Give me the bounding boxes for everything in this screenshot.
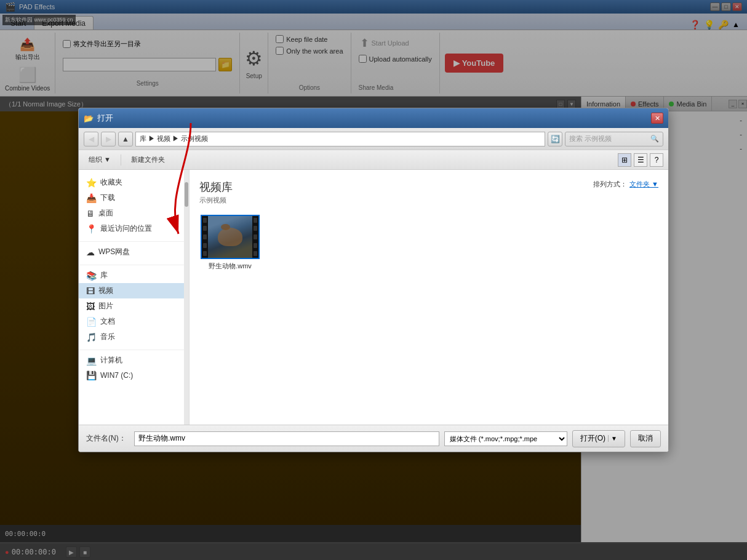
sidebar-scrollbar[interactable]: [184, 170, 189, 425]
content-title-group: 视频库 示例视频: [199, 180, 233, 205]
nav-path[interactable]: 库 ▶ 视频 ▶ 示例视频: [135, 132, 545, 146]
sidebar-divider-1: [79, 241, 189, 242]
favorites-section: ⭐ 收藏夹 📥 下载 🖥 桌面 📍 最近访问的位置: [79, 175, 189, 236]
file-thumbnail: [201, 215, 260, 259]
filetype-select[interactable]: 媒体文件 (*.mov;*.mpg;*.mpe: [444, 431, 567, 446]
music-label: 音乐: [100, 332, 115, 342]
sort-label: 排列方式：: [593, 180, 627, 189]
wps-label: WPS网盘: [98, 247, 130, 257]
video-preview: [202, 216, 258, 258]
dialog-bottom: 文件名(N)： 媒体文件 (*.mov;*.mpg;*.mpe 打开(O) ▼ …: [79, 425, 668, 452]
sidebar-item-desktop[interactable]: 🖥 桌面: [79, 206, 189, 221]
dialog-title-left: 📂 打开: [84, 113, 113, 124]
animal-head: [221, 224, 230, 230]
sidebar-item-wps[interactable]: ☁ WPS网盘: [79, 244, 189, 260]
dialog-title: 打开: [97, 113, 113, 124]
sidebar-item-c-drive[interactable]: 💾 WIN7 (C:): [79, 368, 189, 383]
download-icon: 📥: [86, 193, 97, 203]
dialog-folder-icon: 📂: [84, 114, 94, 123]
search-box[interactable]: 搜索 示例视频 🔍: [565, 132, 663, 146]
dialog-nav: ◀ ▶ ▲ 库 ▶ 视频 ▶ 示例视频 🔄 搜索 示例视频 🔍: [79, 128, 668, 150]
organize-button[interactable]: 组织 ▼: [84, 154, 116, 166]
film-strip-right: [252, 216, 258, 258]
sidebar-favorites-header: ⭐ 收藏夹: [79, 175, 189, 190]
search-icon: 🔍: [650, 135, 659, 143]
sort-value[interactable]: 文件夹 ▼: [629, 180, 658, 189]
content-header-row: 视频库 示例视频 排列方式： 文件夹 ▼: [199, 180, 658, 205]
view-large-icon[interactable]: ⊞: [618, 153, 631, 167]
video-label: 视频: [98, 286, 113, 296]
dialog-body: ⭐ 收藏夹 📥 下载 🖥 桌面 📍 最近访问的位置: [79, 170, 668, 425]
music-icon: 🎵: [86, 332, 97, 342]
open-label: 打开(O): [580, 433, 605, 444]
sort-control: 排列方式： 文件夹 ▼: [593, 180, 658, 189]
film-strip-left: [202, 216, 208, 258]
video-thumbnail-content: [208, 216, 252, 258]
sidebar-item-recent[interactable]: 📍 最近访问的位置: [79, 221, 189, 236]
library-icon: 📚: [86, 271, 97, 281]
help-dialog-icon[interactable]: ?: [650, 153, 663, 167]
desktop-icon: 🖥: [86, 209, 95, 218]
nav-forward-button[interactable]: ▶: [101, 132, 116, 146]
filename-label: 文件名(N)：: [86, 433, 129, 444]
toolbar-separator: [121, 154, 121, 166]
filename-input[interactable]: [134, 431, 439, 446]
file-name: 野生动物.wmv: [209, 262, 252, 271]
dialog-toolbar: 组织 ▼ 新建文件夹 ⊞ ☰ ?: [79, 150, 668, 170]
computer-section: 💻 计算机 💾 WIN7 (C:): [79, 353, 189, 383]
nav-refresh-button[interactable]: 🔄: [548, 132, 562, 146]
file-content: 视频库 示例视频 排列方式： 文件夹 ▼: [190, 170, 668, 425]
view-controls: ⊞ ☰ ?: [618, 153, 663, 167]
sidebar-item-docs[interactable]: 📄 文档: [79, 314, 189, 329]
library-label: 库: [100, 270, 108, 281]
sidebar-item-downloads[interactable]: 📥 下载: [79, 190, 189, 206]
view-list-icon[interactable]: ☰: [634, 153, 647, 167]
library-section: 📚 库 🎞 视频 🖼 图片 📄 文档: [79, 268, 189, 345]
pictures-label: 图片: [98, 301, 113, 311]
nav-up-button[interactable]: ▲: [118, 132, 133, 146]
drive-icon: 💾: [86, 370, 97, 380]
video-icon: 🎞: [86, 286, 95, 296]
cloud-icon: ☁: [86, 247, 95, 257]
c-drive-label: WIN7 (C:): [100, 371, 133, 380]
sidebar-divider-3: [79, 350, 189, 350]
sidebar-library-header: 📚 库: [79, 268, 189, 283]
desktop-label: 桌面: [98, 208, 113, 218]
star-icon: ⭐: [86, 178, 97, 188]
content-title: 视频库: [199, 180, 233, 194]
docs-label: 文档: [100, 316, 115, 327]
downloads-label: 下载: [100, 193, 115, 203]
new-folder-button[interactable]: 新建文件夹: [126, 154, 170, 166]
computer-label: 计算机: [100, 355, 122, 366]
dialog-overlay: 📂 打开 ✕ ◀ ▶ ▲ 库 ▶ 视频 ▶ 示例视频 🔄 搜索 示例视频 🔍 组…: [0, 0, 747, 560]
sidebar-scroll-thumb: [185, 182, 188, 207]
file-item-wildlife[interactable]: 野生动物.wmv: [199, 215, 261, 271]
open-dropdown-arrow: ▼: [608, 435, 617, 442]
sidebar-item-video[interactable]: 🎞 视频: [79, 283, 189, 298]
wps-section: ☁ WPS网盘: [79, 244, 189, 260]
dialog-title-bar: 📂 打开 ✕: [79, 108, 668, 128]
computer-icon: 💻: [86, 356, 97, 366]
favorites-label: 收藏夹: [100, 177, 122, 188]
file-content-header: 视频库 示例视频 排列方式： 文件夹 ▼: [199, 180, 658, 205]
recent-icon: 📍: [86, 224, 97, 234]
open-button[interactable]: 打开(O) ▼: [572, 430, 625, 447]
search-placeholder: 搜索 示例视频: [569, 134, 612, 143]
sidebar-computer-header: 💻 计算机: [79, 353, 189, 368]
nav-back-button[interactable]: ◀: [84, 132, 98, 146]
file-grid: 野生动物.wmv: [199, 215, 658, 271]
content-subtitle: 示例视频: [199, 196, 233, 205]
file-sidebar: ⭐ 收藏夹 📥 下载 🖥 桌面 📍 最近访问的位置: [79, 170, 190, 425]
sidebar-item-music[interactable]: 🎵 音乐: [79, 329, 189, 345]
pictures-icon: 🖼: [86, 302, 95, 311]
cancel-button[interactable]: 取消: [630, 430, 661, 447]
recent-label: 最近访问的位置: [100, 223, 152, 234]
open-file-dialog: 📂 打开 ✕ ◀ ▶ ▲ 库 ▶ 视频 ▶ 示例视频 🔄 搜索 示例视频 🔍 组…: [78, 108, 669, 452]
docs-icon: 📄: [86, 317, 97, 327]
dialog-close-button[interactable]: ✕: [651, 113, 663, 124]
sidebar-divider-2: [79, 265, 189, 265]
sidebar-item-pictures[interactable]: 🖼 图片: [79, 298, 189, 314]
animal-shape: [218, 228, 242, 246]
